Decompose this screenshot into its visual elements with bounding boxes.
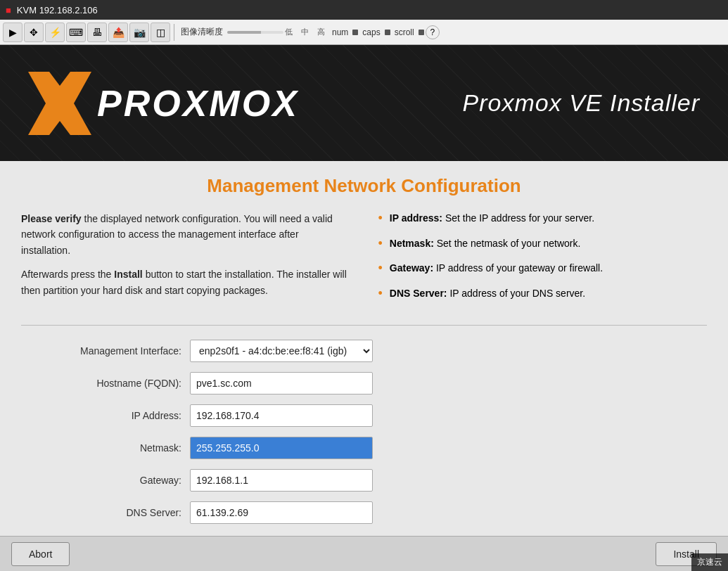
caps-indicator xyxy=(385,30,390,35)
keyboard-status: num caps scroll xyxy=(332,27,424,37)
management-interface-label: Management Interface: xyxy=(35,345,190,357)
watermark: 京速云 xyxy=(691,553,728,571)
toolbar-btn-7[interactable]: 📷 xyxy=(129,23,149,42)
abort-button[interactable]: Abort xyxy=(11,542,70,566)
management-interface-row: Management Interface: enp2s0f1 - a4:dc:b… xyxy=(35,340,693,362)
proxmox-logo: PROXMOX xyxy=(28,72,299,135)
toolbar-btn-3[interactable]: ⚡ xyxy=(45,23,65,42)
description-para2: Afterwards press the Install button to s… xyxy=(21,267,350,298)
slider-high: 高 xyxy=(317,27,325,37)
num-label: num xyxy=(332,27,348,37)
toolbar-btn-6[interactable]: 📤 xyxy=(108,23,128,42)
toolbar: ▶ ✥ ⚡ ⌨ 🖶 📤 📷 ◫ 图像清晰度 低 中 高 num caps scr… xyxy=(0,20,728,45)
bullet-dot-3: • xyxy=(378,286,383,302)
description-para1: Please verify the displayed network conf… xyxy=(21,211,350,258)
bullet-label-2: Gateway: xyxy=(390,262,433,274)
bullet-dot-0: • xyxy=(378,211,383,226)
bullet-item-1: • Netmask: Set the netmask of your netwo… xyxy=(378,236,708,252)
toolbar-divider xyxy=(174,24,174,41)
window-title: KVM 192.168.2.106 xyxy=(17,5,98,15)
ip-address-label: IP Address: xyxy=(35,410,190,421)
ip-address-row: IP Address: xyxy=(35,404,693,427)
caps-label: caps xyxy=(362,27,380,37)
dns-server-row: DNS Server: xyxy=(35,501,693,524)
bullet-label-0: IP address: xyxy=(390,212,442,224)
num-indicator xyxy=(352,30,358,35)
hostname-row: Hostname (FQDN): xyxy=(35,372,693,394)
huawei-logo: ■ xyxy=(6,5,11,15)
gateway-row: Gateway: xyxy=(35,469,693,492)
sharpness-slider[interactable] xyxy=(227,31,283,34)
gateway-input[interactable] xyxy=(190,469,373,492)
dns-server-input[interactable] xyxy=(190,501,373,524)
network-form: Management Interface: enp2s0f1 - a4:dc:b… xyxy=(21,340,707,524)
slider-area xyxy=(227,31,283,34)
proxmox-logo-text: PROXMOX xyxy=(97,82,299,124)
bullet-dot-2: • xyxy=(378,261,383,276)
bullet-dot-1: • xyxy=(378,236,383,252)
netmask-row: Netmask: xyxy=(35,437,693,459)
bullet-label-1: Netmask: xyxy=(390,238,434,249)
slider-labels: 低 中 高 xyxy=(285,27,325,37)
section-divider xyxy=(21,325,707,326)
management-interface-select[interactable]: enp2s0f1 - a4:dc:be:ee:f8:41 (igb) xyxy=(190,340,373,362)
install-bold: Install xyxy=(114,269,142,280)
bullet-text-2: Gateway: IP address of your gateway or f… xyxy=(390,261,603,276)
banner-installer-title: Proxmox VE Installer xyxy=(463,89,700,117)
page-title: Management Network Configuration xyxy=(21,175,707,197)
scroll-label: scroll xyxy=(395,27,414,37)
slider-low: 低 xyxy=(285,27,293,37)
right-bullets: • IP address: Set the IP address for you… xyxy=(378,211,708,311)
scroll-indicator xyxy=(419,30,424,35)
left-description: Please verify the displayed network conf… xyxy=(21,211,350,311)
ip-address-input[interactable] xyxy=(190,404,373,427)
bullet-item-2: • Gateway: IP address of your gateway or… xyxy=(378,261,708,276)
bullet-text-0: IP address: Set the IP address for your … xyxy=(390,211,594,226)
bullet-text-3: DNS Server: IP address of your DNS serve… xyxy=(390,286,585,301)
description-area: Please verify the displayed network conf… xyxy=(21,211,707,311)
help-button[interactable]: ? xyxy=(426,25,440,39)
toolbar-btn-8[interactable]: ◫ xyxy=(151,23,170,42)
main-content: Management Network Configuration Please … xyxy=(0,161,728,548)
hostname-label: Hostname (FQDN): xyxy=(35,378,190,389)
footer: Abort Install xyxy=(0,536,728,571)
toolbar-btn-4[interactable]: ⌨ xyxy=(66,23,86,42)
please-verify-bold: Please verify xyxy=(21,213,82,224)
titlebar: ■ KVM 192.168.2.106 xyxy=(0,0,728,20)
bullet-text-1: Netmask: Set the netmask of your network… xyxy=(390,236,581,251)
toolbar-btn-2[interactable]: ✥ xyxy=(24,23,44,42)
hostname-input[interactable] xyxy=(190,372,373,394)
para2-text: Afterwards press the xyxy=(21,269,114,280)
bullet-item-0: • IP address: Set the IP address for you… xyxy=(378,211,708,226)
bullet-label-3: DNS Server: xyxy=(390,288,447,299)
gateway-label: Gateway: xyxy=(35,475,190,486)
netmask-input[interactable] xyxy=(190,437,373,459)
netmask-label: Netmask: xyxy=(35,442,190,454)
image-sharpness-label: 图像清晰度 xyxy=(181,26,223,38)
dns-server-label: DNS Server: xyxy=(35,507,190,518)
logo-x-icon xyxy=(28,72,91,135)
toolbar-btn-1[interactable]: ▶ xyxy=(3,23,23,42)
bullet-item-3: • DNS Server: IP address of your DNS ser… xyxy=(378,286,708,302)
slider-mid: 中 xyxy=(301,27,309,37)
proxmox-banner: PROXMOX Proxmox VE Installer xyxy=(0,45,728,161)
toolbar-btn-5[interactable]: 🖶 xyxy=(87,23,107,42)
watermark-text: 京速云 xyxy=(697,557,722,567)
svg-marker-0 xyxy=(28,72,91,135)
